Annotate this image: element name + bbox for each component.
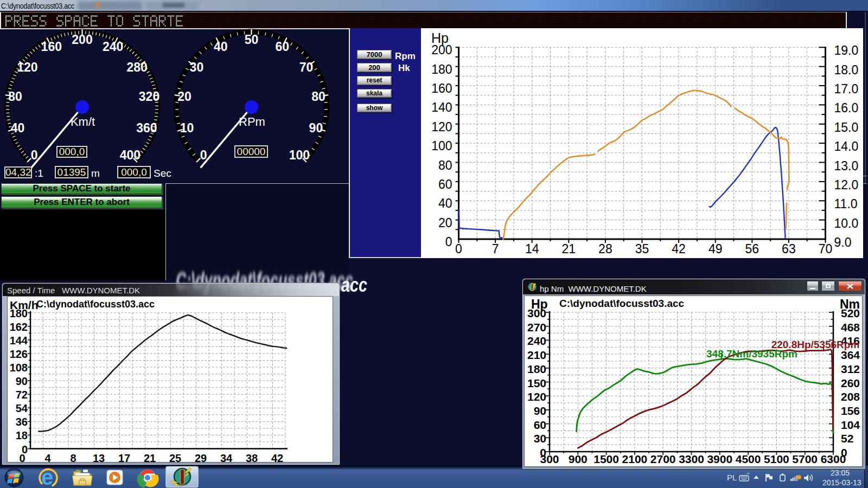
svg-text:108: 108	[10, 362, 28, 374]
svg-text:520: 520	[841, 307, 860, 319]
svg-text:104: 104	[841, 419, 860, 431]
svg-text:900: 900	[569, 453, 588, 465]
svg-text:C:\dynodat\focusst03.acc: C:\dynodat\focusst03.acc	[36, 299, 155, 310]
svg-text:23:05: 23:05	[831, 468, 850, 477]
svg-text:38: 38	[246, 452, 258, 463]
svg-text:5700: 5700	[792, 453, 818, 465]
svg-text:2100: 2100	[622, 453, 648, 465]
svg-text:220.8Hp/5356Rpm: 220.8Hp/5356Rpm	[771, 339, 860, 350]
svg-text:8: 8	[70, 452, 76, 463]
svg-text:260: 260	[841, 377, 860, 389]
svg-text:240: 240	[527, 335, 546, 347]
svg-text:0: 0	[19, 452, 25, 463]
svg-text:126: 126	[10, 348, 28, 360]
svg-text:1500: 1500	[593, 453, 619, 465]
svg-text:3300: 3300	[679, 453, 704, 465]
svg-text:18: 18	[16, 429, 28, 441]
svg-text:180: 180	[10, 307, 28, 319]
svg-text:300: 300	[527, 307, 546, 319]
svg-text:42: 42	[271, 452, 283, 463]
svg-text:3900: 3900	[707, 453, 732, 465]
svg-text:2015-03-13: 2015-03-13	[822, 478, 861, 487]
svg-text:36: 36	[16, 416, 28, 428]
svg-text:120: 120	[527, 390, 546, 403]
svg-text:6300: 6300	[821, 453, 846, 465]
svg-text:5100: 5100	[764, 453, 789, 465]
svg-text:25: 25	[169, 452, 181, 463]
svg-text:156: 156	[841, 404, 860, 417]
svg-text:468: 468	[841, 321, 860, 333]
svg-text:30: 30	[534, 432, 546, 445]
svg-text:90: 90	[16, 375, 28, 387]
svg-text:72: 72	[16, 389, 28, 401]
svg-text:150: 150	[527, 377, 546, 389]
svg-text:34: 34	[220, 452, 233, 463]
svg-text:270: 270	[527, 321, 546, 333]
svg-text:180: 180	[527, 363, 546, 375]
svg-text:29: 29	[195, 452, 207, 463]
svg-text:208: 208	[841, 390, 860, 403]
svg-text:21: 21	[144, 452, 156, 463]
svg-text:2700: 2700	[650, 453, 676, 465]
svg-text:300: 300	[540, 453, 559, 465]
svg-text:52: 52	[841, 432, 853, 445]
svg-text:17: 17	[118, 452, 130, 463]
svg-text:144: 144	[10, 335, 28, 346]
svg-text:364: 364	[841, 349, 860, 361]
svg-text:54: 54	[16, 402, 28, 414]
svg-text:312: 312	[841, 363, 860, 375]
svg-text:162: 162	[10, 321, 28, 333]
svg-text:4500: 4500	[736, 453, 761, 465]
svg-text:C:\dynodat\focusst03.acc: C:\dynodat\focusst03.acc	[559, 298, 685, 309]
svg-text:90: 90	[534, 404, 546, 417]
svg-text:PL: PL	[727, 473, 737, 482]
svg-text:13: 13	[93, 452, 105, 463]
svg-text:210: 210	[527, 349, 546, 361]
svg-text:60: 60	[534, 419, 546, 431]
svg-text:4: 4	[44, 452, 51, 463]
